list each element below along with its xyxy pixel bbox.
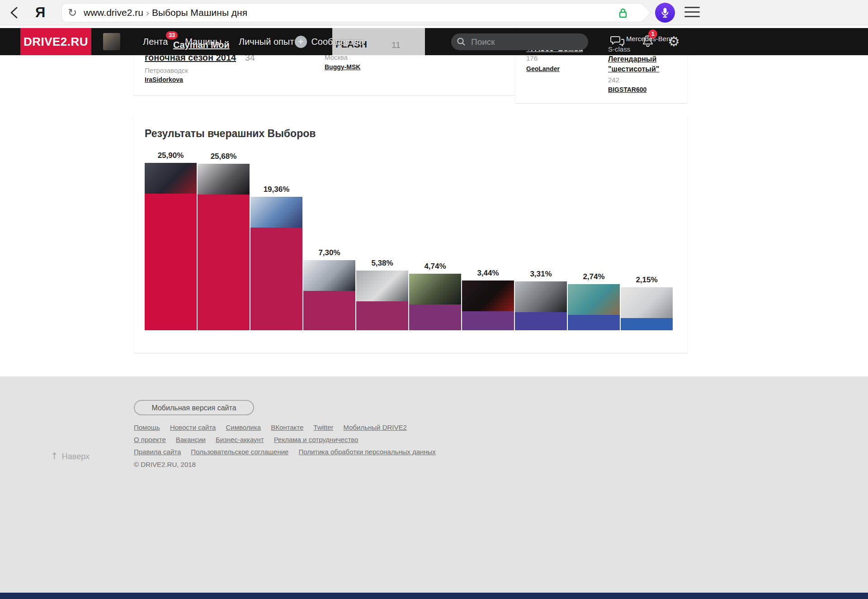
voice-search-button[interactable] (655, 3, 675, 23)
url-separator: › (143, 7, 152, 18)
car-photo[interactable] (621, 287, 673, 318)
site-header: Cayman Мой FLASH 11 Mercedes-Benz S-clas… (0, 28, 868, 55)
bar-value-label: 5,38% (356, 259, 408, 268)
entry-author-link[interactable]: GeoLander (526, 65, 560, 72)
chart-column: 3,31% (515, 270, 567, 330)
address-bar[interactable]: ↻ www.drive2.ru›Выборы Машины дня (62, 4, 642, 22)
footer-links-row: Правила сайтаПользовательское соглашение… (134, 448, 436, 456)
vote-bar (621, 318, 673, 330)
footer-link[interactable]: ВКонтакте (271, 423, 303, 431)
car-photo[interactable] (409, 274, 461, 304)
browser-menu-icon[interactable] (684, 7, 700, 19)
footer-link[interactable]: Новости сайта (170, 423, 216, 431)
bottom-strip (0, 593, 868, 599)
avatar[interactable] (103, 33, 120, 50)
footer-links-row: ПомощьНовости сайтаСимволикаВКонтактеTwi… (134, 423, 407, 431)
bar-value-label: 19,36% (250, 185, 302, 194)
entry-author-link[interactable]: BIGSTAR600 (608, 86, 646, 93)
car-photo[interactable] (515, 281, 567, 312)
vote-bar (145, 194, 197, 330)
nav-item-3[interactable]: Личный опыт (239, 37, 294, 47)
vote-bar (462, 311, 514, 330)
vote-bar (515, 312, 567, 330)
bar-value-label: 25,68% (198, 152, 250, 161)
messages-icon[interactable] (610, 35, 625, 50)
footer: Мобильная версия сайта ПомощьНовости сай… (0, 376, 868, 593)
car-photo[interactable] (145, 163, 197, 194)
browser-toolbar: Я ↻ www.drive2.ru›Выборы Машины дня (0, 0, 868, 25)
footer-link[interactable]: О проекте (134, 436, 166, 443)
drive2-logo[interactable]: DRIVE2.RU (20, 28, 91, 55)
car-photo[interactable] (568, 284, 620, 315)
bar-value-label: 7,30% (303, 248, 355, 257)
vote-count: 176 (526, 54, 538, 62)
chart-column: 19,36% (250, 185, 302, 330)
plus-icon[interactable]: + (295, 36, 307, 48)
entry-author-link[interactable]: Buggy-MSK (325, 63, 360, 71)
notifications-badge: 1 (648, 29, 657, 38)
entry-author-link[interactable]: IraSidorkova (145, 76, 183, 83)
vote-count: 11 (392, 40, 401, 50)
car-photo[interactable] (356, 271, 408, 301)
entry-title-link[interactable]: Легендарный (608, 55, 656, 63)
vote-bar (250, 228, 302, 330)
footer-link[interactable]: Бизнес-аккаунт (216, 436, 264, 443)
copyright: © DRIVE2.RU, 2018 (134, 461, 196, 468)
footer-link[interactable]: Помощь (134, 423, 160, 431)
car-photo[interactable] (462, 280, 514, 311)
search-box (451, 33, 588, 50)
chart-column: 25,90% (145, 151, 197, 330)
page: Я ↻ www.drive2.ru›Выборы Машины дня гоно… (0, 0, 868, 599)
footer-link[interactable]: Политика обработки персональных данных (298, 448, 435, 456)
vote-bar (198, 195, 250, 330)
footer-link[interactable]: Пользовательское соглашение (191, 448, 288, 456)
footer-link[interactable]: Реклама и сотрудничество (274, 436, 359, 443)
chart-column: 2,74% (568, 272, 620, 330)
search-icon (457, 37, 466, 46)
nav-item-1[interactable]: Лента33 (143, 37, 168, 47)
url-page-title: Выборы Машины дня (152, 7, 247, 18)
chart-column: 25,68% (198, 152, 250, 330)
reload-icon[interactable]: ↻ (68, 6, 77, 19)
back-to-top-link[interactable]: ↑Наверх (51, 451, 90, 461)
back-icon[interactable] (8, 6, 22, 19)
results-card: Результаты вчерашних Выборов 25,90%25,68… (134, 116, 687, 353)
footer-link[interactable]: Вакансии (176, 436, 206, 443)
url-host: www.drive2.ru (84, 7, 143, 18)
entry-title-link[interactable]: "шестисотый" (608, 65, 659, 73)
bar-value-label: 2,15% (621, 276, 673, 285)
nav-item-4[interactable]: Сообщества (311, 37, 363, 47)
vote-count: 242 (608, 76, 619, 84)
footer-link[interactable]: Символика (226, 423, 261, 431)
footer-link[interactable]: Twitter (313, 423, 333, 431)
header-nav: Лента33МашиныЛичный опытСообщества (143, 28, 364, 55)
footer-link[interactable]: Правила сайта (134, 448, 181, 456)
bar-value-label: 25,90% (145, 151, 197, 160)
search-input[interactable] (471, 33, 580, 50)
car-photo[interactable] (303, 260, 355, 291)
mobile-version-button[interactable]: Мобильная версия сайта (134, 400, 254, 415)
car-photo[interactable] (198, 164, 250, 195)
yandex-logo[interactable]: Я (35, 5, 45, 21)
chart-column: 7,30% (303, 248, 355, 330)
entry-city: Петрозаводск (145, 67, 188, 74)
chart-column: 4,74% (409, 262, 461, 330)
bar-value-label: 2,74% (568, 272, 620, 281)
vote-bar (303, 291, 355, 330)
results-chart: 25,90%25,68%19,36%7,30%5,38%4,74%3,44%3,… (145, 151, 673, 330)
car-photo[interactable] (250, 197, 302, 228)
gear-icon[interactable]: ⚙ (668, 33, 680, 49)
chart-column: 2,15% (621, 276, 673, 330)
back-to-top-label: Наверх (62, 452, 90, 461)
lock-icon (618, 8, 627, 20)
bar-value-label: 3,31% (515, 270, 567, 279)
bar-value-label: 4,74% (409, 262, 461, 271)
chart-column: 5,38% (356, 259, 408, 330)
nav-item-2[interactable]: Машины (185, 37, 222, 47)
vote-bar (356, 301, 408, 330)
up-arrow-icon: ↑ (51, 451, 58, 461)
footer-links-row: О проектеВакансииБизнес-аккаунтРеклама и… (134, 436, 358, 443)
vote-bar (409, 304, 461, 330)
footer-link[interactable]: Мобильный DRIVE2 (344, 423, 407, 431)
results-title: Результаты вчерашних Выборов (145, 128, 316, 140)
